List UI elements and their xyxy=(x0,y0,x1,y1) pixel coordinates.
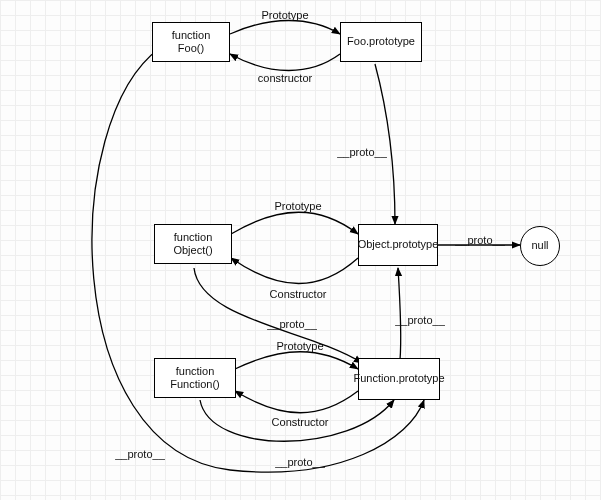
edge-foo-prototype xyxy=(230,21,340,35)
label-function-proto: __proto__ xyxy=(275,456,325,468)
label-function-constructor: Constructor xyxy=(272,416,329,428)
label-function-prototype: Prototype xyxy=(276,340,323,352)
node-function-function: function Function() xyxy=(154,358,236,398)
edge-fooproto-proto xyxy=(375,64,395,224)
label-funcproto-proto: __proto__ xyxy=(395,314,445,326)
label-foo-constructor: constructor xyxy=(258,72,312,84)
node-foo-prototype: Foo.prototype xyxy=(340,22,422,62)
label-fooproto-proto: __proto__ xyxy=(337,146,387,158)
label-object-constructor: Constructor xyxy=(270,288,327,300)
edge-function-constructor xyxy=(235,391,358,413)
edge-function-prototype xyxy=(235,352,358,369)
node-function-object: function Object() xyxy=(154,224,232,264)
node-null: null xyxy=(520,226,560,266)
label-foo-prototype: Prototype xyxy=(261,9,308,21)
label-foo-proto: __proto__ xyxy=(115,448,165,460)
label-object-prototype: Prototype xyxy=(274,200,321,212)
edge-foo-constructor xyxy=(230,54,340,71)
node-function-prototype: Function.prototype xyxy=(358,358,440,400)
diagram-canvas: function Foo() Foo.prototype function Ob… xyxy=(0,0,601,500)
node-function-foo: function Foo() xyxy=(152,22,230,62)
node-object-prototype: Object.prototype xyxy=(358,224,438,266)
edge-object-prototype xyxy=(231,212,358,234)
label-object-proto: __proto__ xyxy=(267,318,317,330)
label-objproto-null: __proto__ xyxy=(455,234,505,246)
edge-object-constructor xyxy=(231,258,358,284)
